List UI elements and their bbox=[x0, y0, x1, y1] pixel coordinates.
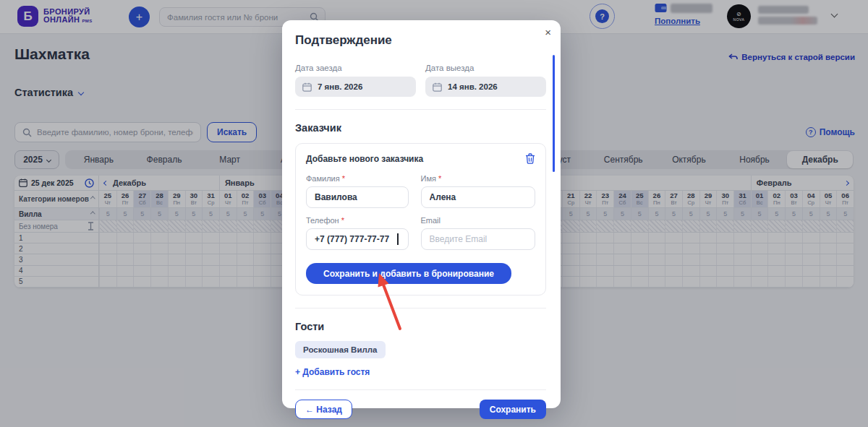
modal-footer: ← Назад Сохранить bbox=[295, 400, 546, 419]
save-button[interactable]: Сохранить bbox=[480, 400, 546, 419]
trash-icon bbox=[525, 153, 535, 164]
add-guest-link[interactable]: + Добавить гостя bbox=[295, 367, 370, 377]
new-customer-card-title: Добавьте нового заказчика bbox=[306, 154, 423, 164]
email-input[interactable] bbox=[421, 228, 536, 250]
required-mark: * bbox=[341, 216, 344, 225]
delete-customer-button[interactable] bbox=[525, 153, 535, 164]
firstname-input[interactable] bbox=[421, 186, 536, 208]
lastname-field: Фамилия* bbox=[306, 174, 409, 208]
guests-section-title: Гости bbox=[295, 321, 546, 332]
required-mark: * bbox=[342, 174, 345, 183]
close-icon[interactable]: × bbox=[545, 27, 551, 38]
phone-field: Телефон* bbox=[306, 216, 409, 250]
checkout-label: Дата выезда bbox=[425, 64, 546, 72]
checkout-value-box: 14 янв. 2026 bbox=[425, 77, 546, 97]
back-button[interactable]: ← Назад bbox=[295, 400, 352, 419]
save-and-add-button[interactable]: Сохранить и добавить в бронирование bbox=[306, 263, 511, 284]
phone-label: Телефон* bbox=[306, 216, 409, 225]
firstname-label: Имя* bbox=[421, 174, 536, 183]
checkin-value-box: 7 янв. 2026 bbox=[295, 77, 416, 97]
checkin-field: Дата заезда 7 янв. 2026 bbox=[295, 64, 416, 97]
email-label: Email bbox=[421, 216, 536, 225]
email-field: Email bbox=[421, 216, 536, 250]
dates-row: Дата заезда 7 янв. 2026 Дата выезда 14 я… bbox=[295, 64, 546, 97]
divider bbox=[295, 308, 546, 309]
checkout-field: Дата выезда 14 янв. 2026 bbox=[425, 64, 546, 97]
phone-input[interactable] bbox=[306, 228, 409, 250]
divider bbox=[295, 109, 546, 110]
firstname-field: Имя* bbox=[421, 174, 536, 208]
customer-section-title: Заказчик bbox=[295, 122, 546, 134]
modal-scrollbar[interactable] bbox=[553, 55, 555, 172]
checkin-label: Дата заезда bbox=[295, 64, 416, 72]
lastname-input[interactable] bbox=[306, 186, 409, 208]
calendar-icon bbox=[302, 82, 312, 92]
lastname-label: Фамилия* bbox=[306, 174, 409, 183]
confirmation-modal: × Подтверждение Дата заезда 7 янв. 2026 … bbox=[282, 20, 561, 408]
new-customer-card: Добавьте нового заказчика Фамилия* Имя* … bbox=[295, 143, 546, 296]
calendar-icon bbox=[433, 82, 442, 92]
required-mark: * bbox=[438, 174, 441, 183]
divider bbox=[295, 389, 546, 390]
checkout-value: 14 янв. 2026 bbox=[448, 82, 498, 91]
room-badge: Роскошная Вилла bbox=[295, 341, 386, 358]
modal-title: Подтверждение bbox=[295, 33, 546, 48]
text-cursor bbox=[397, 233, 399, 245]
checkin-value: 7 янв. 2026 bbox=[318, 82, 362, 91]
